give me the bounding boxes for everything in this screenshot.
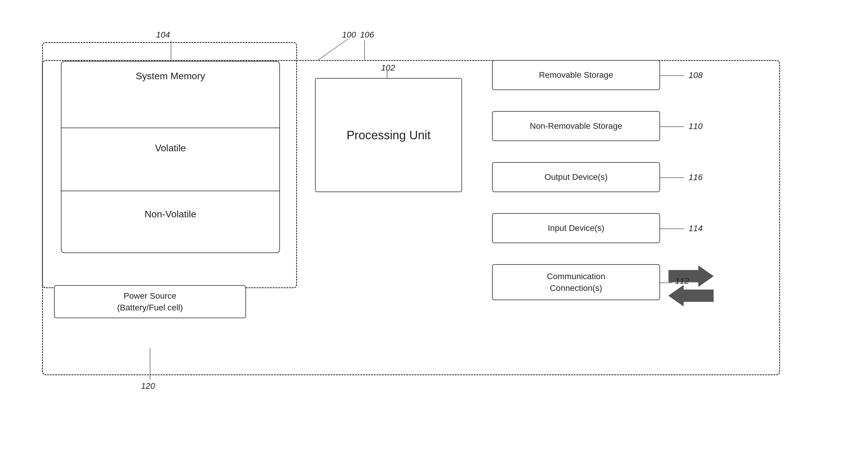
processing-unit-box: Processing Unit	[315, 78, 462, 192]
communication-box: Communication Connection(s)	[492, 264, 660, 300]
ref-100: 100	[342, 30, 356, 40]
removable-storage-label: Removable Storage	[539, 70, 613, 80]
communication-label: Communication Connection(s)	[547, 270, 606, 294]
svg-line-1	[318, 39, 348, 60]
ref-112: 112	[675, 276, 689, 286]
ref-102: 102	[381, 63, 395, 72]
svg-marker-11	[669, 285, 713, 306]
volatile-label: Volatile	[62, 143, 279, 154]
processing-unit-label: Processing Unit	[346, 127, 431, 143]
ref-106: 106	[360, 30, 374, 40]
output-devices-label: Output Device(s)	[545, 172, 608, 182]
ref-104: 104	[156, 30, 170, 40]
ref-120: 120	[141, 381, 155, 391]
power-source-label: Power Source (Battery/Fuel cell)	[117, 290, 183, 313]
diagram-container: System Memory Volatile Non-Volatile Proc…	[24, 24, 834, 444]
ref-108: 108	[689, 70, 703, 80]
input-devices-label: Input Device(s)	[548, 223, 604, 233]
ref-114: 114	[689, 224, 703, 233]
inner-memory-box: System Memory Volatile Non-Volatile	[42, 42, 297, 288]
power-source-box: Power Source (Battery/Fuel cell)	[54, 285, 246, 318]
memory-divider-2	[62, 191, 279, 191]
double-arrow-icon	[669, 264, 716, 312]
input-devices-box: Input Device(s)	[492, 213, 660, 243]
ref-110: 110	[689, 122, 703, 131]
system-memory-box: System Memory Volatile Non-Volatile	[61, 61, 280, 253]
ref-116: 116	[689, 173, 703, 182]
system-memory-label: System Memory	[62, 70, 279, 82]
non-removable-storage-label: Non-Removable Storage	[530, 121, 622, 131]
memory-divider-1	[62, 127, 279, 128]
non-volatile-label: Non-Volatile	[62, 209, 279, 220]
output-devices-box: Output Device(s)	[492, 162, 660, 192]
removable-storage-box: Removable Storage	[492, 60, 660, 90]
non-removable-storage-box: Non-Removable Storage	[492, 111, 660, 141]
